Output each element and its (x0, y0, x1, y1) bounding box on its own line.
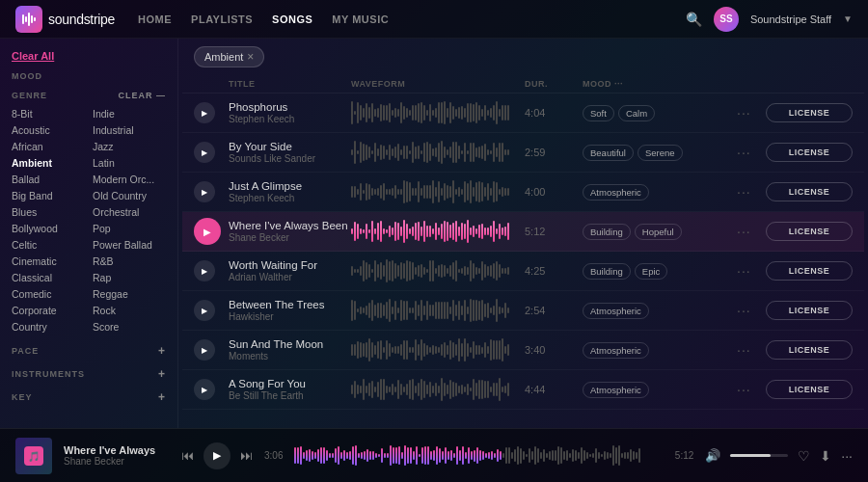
genre-item-score[interactable]: Score (93, 319, 166, 335)
track-info-8: A Song For You Be Still The Earth (229, 378, 351, 401)
nav-songs[interactable]: SONGS (272, 13, 312, 25)
track-more-2[interactable]: ··· (737, 145, 766, 160)
play-button-7[interactable]: ▶ (194, 339, 215, 361)
table-row[interactable]: ▶ Just A Glimpse Stephen Keech 4:00 Atmo… (182, 173, 864, 212)
track-more-1[interactable]: ··· (737, 105, 766, 120)
play-button-3[interactable]: ▶ (194, 181, 215, 202)
track-duration-4: 5:12 (525, 226, 583, 237)
genre-item-jazz[interactable]: Jazz (93, 139, 166, 154)
mood-tags-4: Building Hopeful (583, 224, 737, 240)
license-button-4[interactable]: LICENSE (766, 222, 853, 241)
track-title-4: Where I've Always Been (229, 220, 351, 231)
genre-item-big-band[interactable]: Big Band (12, 188, 85, 203)
license-button-1[interactable]: LICENSE (766, 103, 853, 122)
genre-item-rap[interactable]: Rap (93, 270, 166, 285)
genre-item-ballad[interactable]: Ballad (12, 172, 85, 187)
genre-item-blues[interactable]: Blues (12, 204, 85, 220)
track-artist-7: Moments (229, 351, 351, 362)
chevron-down-icon[interactable]: ▼ (843, 13, 853, 24)
table-row[interactable]: ▶ A Song For You Be Still The Earth 4:44… (182, 370, 864, 410)
track-more-3[interactable]: ··· (737, 184, 766, 200)
license-button-3[interactable]: LICENSE (766, 182, 853, 201)
play-button-6[interactable]: ▶ (194, 300, 215, 321)
genre-item-8bit[interactable]: 8-Bit (12, 106, 85, 121)
track-more-5[interactable]: ··· (737, 263, 766, 279)
nav-my-music[interactable]: MY MUSIC (332, 13, 389, 25)
track-more-6[interactable]: ··· (737, 303, 766, 318)
genre-item-country[interactable]: Country (12, 319, 85, 335)
genre-item-acoustic[interactable]: Acoustic (12, 122, 85, 138)
search-icon[interactable]: 🔍 (686, 12, 702, 27)
play-button-1[interactable]: ▶ (194, 102, 215, 123)
genre-item-latin[interactable]: Latin (93, 155, 166, 171)
favorite-icon[interactable]: ♡ (798, 448, 810, 464)
logo-text: soundstripe (48, 12, 115, 27)
player-waveform[interactable] (294, 444, 663, 468)
filter-tag-label: Ambient (204, 51, 243, 63)
table-row[interactable]: ▶ Sun And The Moon Moments 3:40 Atmosphe… (182, 331, 864, 370)
waveform-4 (351, 218, 525, 245)
filter-tag-remove[interactable]: × (247, 50, 254, 64)
volume-slider[interactable] (730, 454, 788, 457)
genre-item-old-country[interactable]: Old Country (93, 188, 166, 203)
key-expand-icon[interactable]: + (158, 390, 166, 404)
license-button-7[interactable]: LICENSE (766, 340, 853, 360)
genre-item-modern-orc[interactable]: Modern Orc... (93, 172, 166, 187)
table-row[interactable]: ▶ Phosphorus Stephen Keech 4:04 Soft Cal… (182, 94, 864, 133)
skip-back-icon[interactable]: ⏮ (181, 448, 194, 463)
content-area: Ambient × TITLE WAVEFORM DUR. MOOD ··· ▶… (178, 39, 868, 428)
user-name: Soundstripe Staff (750, 13, 831, 25)
track-more-8[interactable]: ··· (737, 382, 766, 397)
genre-clear-link[interactable]: CLEAR — (119, 91, 167, 100)
genre-item-orchestral[interactable]: Orchestral (93, 204, 166, 220)
genre-item-comedic[interactable]: Comedic (12, 286, 85, 302)
license-button-5[interactable]: LICENSE (766, 261, 853, 281)
logo[interactable]: soundstripe (15, 6, 115, 33)
track-more-4[interactable]: ··· (737, 224, 766, 239)
ambient-filter-tag: Ambient × (194, 46, 264, 67)
svg-rect-2 (28, 13, 30, 26)
pace-expand-icon[interactable]: + (158, 344, 166, 358)
table-row[interactable]: ▶ By Your Side Sounds Like Sander 2:59 B… (182, 133, 864, 173)
instruments-expand-icon[interactable]: + (158, 367, 166, 381)
genre-item-rock[interactable]: Rock (93, 303, 166, 318)
genre-item-african[interactable]: African (12, 139, 85, 154)
genre-item-celtic[interactable]: Celtic (12, 237, 85, 253)
nav-home[interactable]: HOME (138, 13, 172, 25)
download-icon[interactable]: ⬇ (820, 448, 831, 464)
play-button-2[interactable]: ▶ (194, 142, 215, 163)
player-play-pause-button[interactable]: ▶ (203, 442, 231, 469)
genre-item-ambient[interactable]: Ambient (12, 155, 85, 171)
genre-item-corporate[interactable]: Corporate (12, 303, 85, 318)
genre-item-reggae[interactable]: Reggae (93, 286, 166, 302)
clear-all-button[interactable]: Clear All (12, 50, 166, 62)
volume-icon[interactable]: 🔊 (705, 448, 720, 463)
genre-item-bollywood[interactable]: Bollywood (12, 221, 85, 236)
sidebar: Clear All MOOD GENRE CLEAR — 8-Bit Indie… (0, 39, 178, 428)
license-button-2[interactable]: LICENSE (766, 143, 853, 162)
volume-fill (730, 454, 771, 457)
skip-forward-icon[interactable]: ⏭ (240, 448, 253, 463)
table-row[interactable]: ▶ Between The Trees Hawkisher 2:54 Atmos… (182, 291, 864, 331)
genre-item-pop[interactable]: Pop (93, 221, 166, 236)
track-more-7[interactable]: ··· (737, 342, 766, 358)
nav-playlists[interactable]: PLAYLISTS (191, 13, 253, 25)
license-button-6[interactable]: LICENSE (766, 301, 853, 320)
genre-item-indie[interactable]: Indie (93, 106, 166, 121)
play-button-4[interactable]: ▶ (194, 218, 221, 245)
genre-item-rnb[interactable]: R&B (93, 254, 166, 269)
track-artist-1: Stephen Keech (229, 114, 351, 124)
genre-item-classical[interactable]: Classical (12, 270, 85, 285)
genre-item-cinematic[interactable]: Cinematic (12, 254, 85, 269)
track-duration-3: 4:00 (525, 186, 583, 198)
mood-epic: Epic (635, 263, 667, 280)
player-more-icon[interactable]: ··· (841, 448, 853, 464)
genre-item-power-ballad[interactable]: Power Ballad (93, 237, 166, 253)
table-row[interactable]: ▶ Worth Waiting For Adrian Walther 4:25 … (182, 252, 864, 291)
license-button-8[interactable]: LICENSE (766, 380, 853, 399)
play-button-5[interactable]: ▶ (194, 260, 215, 281)
table-row[interactable]: ▶ Where I've Always Been Shane Becker 5:… (182, 212, 864, 252)
key-section-header: KEY + (12, 390, 166, 404)
genre-item-industrial[interactable]: Industrial (93, 122, 166, 138)
play-button-8[interactable]: ▶ (194, 379, 215, 400)
